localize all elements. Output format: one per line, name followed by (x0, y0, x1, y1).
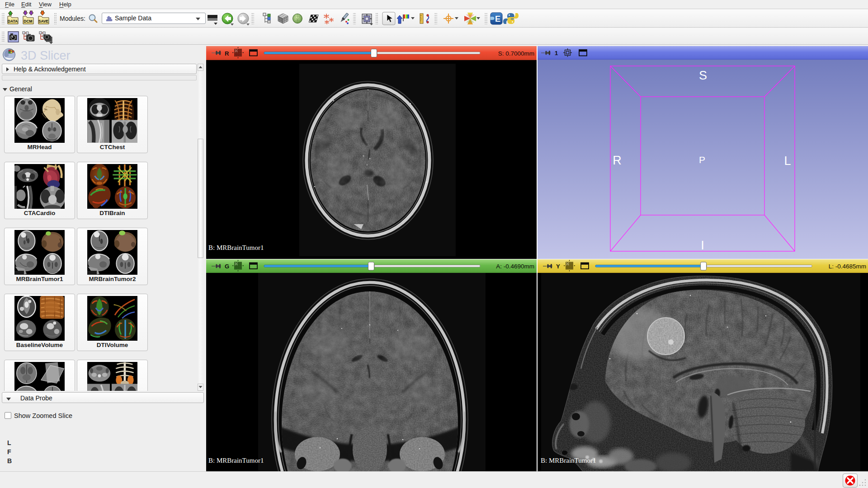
svg-text:DATA: DATA (8, 19, 18, 23)
svg-text:R: R (225, 50, 229, 57)
svg-text:A: -0.4690mm: A: -0.4690mm (496, 263, 534, 270)
svg-text:S: 0.7000mm: S: 0.7000mm (498, 50, 534, 57)
svg-text:B: MRBrainTumor1: B: MRBrainTumor1 (208, 457, 264, 464)
svg-text:R: R (613, 154, 622, 167)
svg-text:1: 1 (555, 50, 558, 56)
svg-text:DCM: DCM (24, 19, 32, 23)
svg-text:E: E (495, 14, 500, 23)
svg-text:I: I (701, 239, 704, 252)
svg-text:S: S (699, 69, 707, 82)
svg-text:L: -0.4685mm: L: -0.4685mm (829, 263, 866, 270)
svg-text:L: L (784, 154, 791, 168)
svg-text:P: P (699, 155, 705, 165)
svg-text:G: G (225, 263, 229, 270)
svg-text:B: MRBrainTumor1: B: MRBrainTumor1 (541, 457, 596, 464)
svg-text:Y: Y (556, 263, 560, 270)
svg-text:SAVE: SAVE (38, 19, 49, 23)
svg-text:B: MRBrainTumor1: B: MRBrainTumor1 (208, 244, 264, 251)
